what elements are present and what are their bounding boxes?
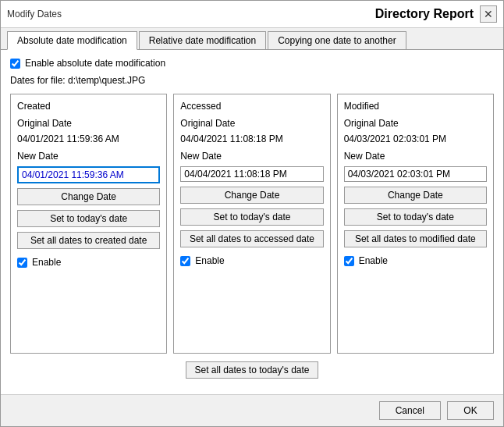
set-all-today-button[interactable]: Set all dates to today's date [186,361,318,379]
date-columns: Created Original Date 04/01/2021 11:59:3… [10,94,494,354]
modified-enable-label: Enable [359,255,388,266]
modified-group: Modified Original Date 04/03/2021 02:03:… [337,94,494,354]
modified-title: Modified [344,101,487,112]
enable-checkbox-row: Enable absolute date modification [10,58,494,69]
created-enable-row: Enable [17,257,160,268]
tab-absolute[interactable]: Absolute date modification [7,31,137,50]
created-enable-label: Enable [32,257,61,268]
ok-button[interactable]: OK [447,401,494,420]
created-title: Created [17,101,160,112]
accessed-change-date-button[interactable]: Change Date [180,187,323,204]
accessed-enable-checkbox[interactable] [180,256,190,266]
title-bar: Modify Dates Directory Report ✕ [1,1,503,28]
close-button[interactable]: ✕ [480,5,497,23]
created-change-date-button[interactable]: Change Date [17,188,160,205]
modified-change-date-button[interactable]: Change Date [344,187,487,204]
enable-checkbox[interactable] [10,59,20,69]
modified-set-today-button[interactable]: Set to today's date [344,208,487,226]
created-set-all-button[interactable]: Set all dates to created date [17,232,160,249]
file-info: Dates for file: d:\temp\quest.JPG [10,75,494,86]
accessed-set-today-button[interactable]: Set to today's date [180,208,323,226]
accessed-new-label: New Date [180,151,323,162]
main-window: Modify Dates Directory Report ✕ Absolute… [0,0,504,427]
cancel-button[interactable]: Cancel [379,401,441,420]
modified-enable-row: Enable [344,255,487,266]
accessed-enable-label: Enable [195,255,224,266]
accessed-title: Accessed [180,101,323,112]
created-original-date: 04/01/2021 11:59:36 AM [17,133,160,144]
accessed-original-date: 04/04/2021 11:08:18 PM [180,133,323,144]
modified-enable-checkbox[interactable] [344,256,354,266]
tab-relative[interactable]: Relative date modification [139,31,266,49]
accessed-enable-row: Enable [180,255,323,266]
modified-original-date: 04/03/2021 02:03:01 PM [344,133,487,144]
tabs-row: Absolute date modification Relative date… [1,28,503,50]
created-set-today-button[interactable]: Set to today's date [17,210,160,227]
modified-set-all-button[interactable]: Set all dates to modified date [344,230,487,247]
accessed-group: Accessed Original Date 04/04/2021 11:08:… [173,94,330,354]
modified-original-label: Original Date [344,118,487,129]
accessed-new-date-input[interactable] [180,166,323,182]
created-new-label: New Date [17,151,160,162]
enable-label: Enable absolute date modification [25,58,165,69]
app-title: Directory Report [375,7,474,21]
created-original-label: Original Date [17,118,160,129]
modified-new-label: New Date [344,151,487,162]
title-right: Directory Report ✕ [375,5,497,23]
accessed-set-all-button[interactable]: Set all dates to accessed date [180,230,323,247]
window-title-left: Modify Dates [7,9,62,20]
tab-copying[interactable]: Copying one date to another [268,31,406,49]
created-group: Created Original Date 04/01/2021 11:59:3… [10,94,167,354]
content-area: Enable absolute date modification Dates … [1,50,503,394]
footer: Cancel OK [1,394,503,426]
created-enable-checkbox[interactable] [17,258,27,268]
bottom-center: Set all dates to today's date [10,354,494,386]
accessed-original-label: Original Date [180,118,323,129]
modified-new-date-input[interactable] [344,166,487,182]
created-new-date-input[interactable] [17,166,160,183]
